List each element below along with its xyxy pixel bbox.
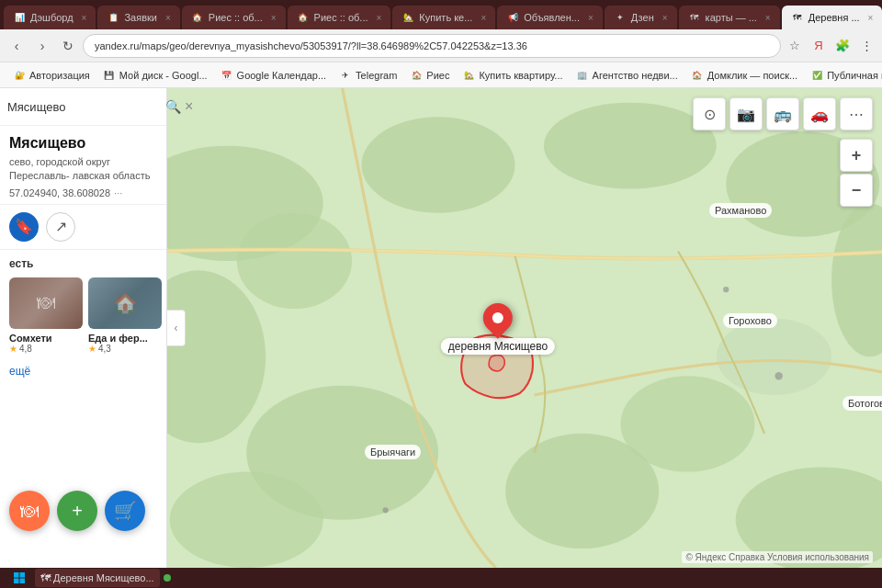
tab-favicon-ries1: 🏠 — [191, 11, 204, 24]
svg-point-14 — [723, 287, 729, 292]
share-button[interactable]: ↗ — [46, 212, 75, 242]
svg-point-11 — [620, 376, 754, 471]
tab-label-derevnya: Деревня ... — [808, 12, 860, 23]
bookmark-moidisk[interactable]: 💾 Мой диск - Googl... — [97, 67, 213, 84]
bookmark-telegram[interactable]: ✈ Telegram — [334, 67, 402, 84]
tab-favicon-zayavki: 📋 — [107, 11, 119, 24]
tab-close-ries2[interactable]: × — [377, 13, 382, 23]
tab-close-karty[interactable]: × — [765, 13, 771, 23]
tab-label-dzen: Дзен — [631, 12, 654, 23]
svg-point-3 — [544, 103, 717, 189]
tab-close-dashbord[interactable]: × — [82, 13, 87, 23]
add-favorite-button[interactable]: 🔖 — [9, 212, 39, 242]
tab-close-obyav[interactable]: × — [588, 13, 594, 23]
bookmark-label-kupit: Купить квартиру... — [479, 70, 562, 81]
nearby-cards: 🍽 Сомхети ★ 4,8 🏠 Еда и фер... — [0, 274, 166, 361]
tab-close-zayavki[interactable]: × — [165, 13, 171, 23]
back-button[interactable]: ‹ — [6, 35, 28, 57]
map-area[interactable]: Рахманово Горохово Лучинское Ботогово Бр… — [167, 88, 882, 568]
tab-ries2[interactable]: 🏠 Риес :: об... × — [288, 6, 391, 29]
map-ctrl-traffic[interactable]: 🚗 — [803, 97, 836, 130]
status-icon-windows[interactable] — [7, 569, 31, 587]
action-buttons: 🔖 ↗ — [0, 205, 166, 250]
fab-cart-button[interactable]: 🛒 — [105, 491, 145, 531]
menu-icon[interactable]: ⋮ — [856, 36, 876, 56]
status-favicon-derevnya: 🗺 — [40, 572, 51, 583]
tab-favicon-ries2: 🏠 — [297, 11, 310, 24]
nearby-card-img-eda: 🏠 — [88, 277, 162, 329]
map-controls-top: ⊙ 📷 🚌 🚗 ⋯ — [693, 97, 873, 130]
tab-kupit[interactable]: 🏡 Купить ке... × — [392, 6, 495, 29]
bookmark-ries[interactable]: 🏠 Риес — [404, 67, 455, 84]
svg-rect-20 — [14, 572, 19, 578]
collapse-sidebar-button[interactable]: ‹ — [167, 310, 186, 346]
svg-point-12 — [170, 472, 323, 568]
nearby-card-img-somheti: 🍽 — [9, 277, 83, 329]
tab-favicon-derevnya: 🗺 — [791, 11, 804, 24]
map-ctrl-locate[interactable]: ⊙ — [693, 97, 726, 130]
search-input[interactable] — [7, 100, 162, 114]
bookmark-label-kadast: Публичная кадас... — [827, 70, 882, 81]
tab-close-kupit[interactable]: × — [481, 13, 486, 23]
bookmark-avtorizaciya[interactable]: 🔐 Авторизация — [7, 67, 96, 84]
fab-food-button[interactable]: 🍽 — [9, 491, 50, 531]
bookmark-domklik[interactable]: 🏠 Домклик — поиск... — [685, 67, 803, 84]
tab-close-derevnya[interactable]: × — [868, 13, 874, 23]
status-derevnya[interactable]: 🗺 Деревня Мясищево... — [35, 569, 160, 587]
map-ctrl-panorama[interactable]: 📷 — [729, 97, 763, 130]
toolbar-icons: ☆ Я 🧩 ⋮ — [785, 36, 876, 56]
tab-close-dzen[interactable]: × — [662, 13, 668, 23]
bookmark-favicon-ries: 🏠 — [410, 69, 423, 82]
windows-icon — [13, 571, 26, 584]
forward-button[interactable]: › — [31, 35, 53, 57]
tab-karty[interactable]: 🗺 карты — ... × — [679, 6, 780, 29]
map-ctrl-transport[interactable]: 🚌 — [766, 97, 799, 130]
tab-derevnya[interactable]: 🗺 Деревня ... × — [782, 6, 882, 29]
bookmark-star-icon[interactable]: ☆ — [785, 36, 805, 56]
map-zoom-in[interactable]: + — [840, 139, 873, 172]
reload-button[interactable]: ↻ — [57, 35, 79, 57]
tab-favicon-obyav: 📢 — [506, 11, 519, 24]
more-link[interactable]: ещё — [0, 361, 166, 385]
nearby-card-rating-eda: ★ 4,3 — [88, 344, 162, 354]
close-icon[interactable]: × — [185, 96, 193, 118]
yandex-icon[interactable]: Я — [808, 36, 829, 56]
bookmark-agentstvo[interactable]: 🏢 Агентство недви... — [571, 67, 684, 84]
map-zoom-out[interactable]: − — [840, 174, 873, 207]
fab-buttons: 🍽 + 🛒 — [9, 491, 145, 531]
bookmark-favicon-kadast: ✅ — [810, 69, 823, 82]
bookmark-favicon-avtorizaciya: 🔐 — [13, 69, 26, 82]
more-coords-button[interactable]: ··· — [114, 187, 122, 198]
map-ctrl-more[interactable]: ⋯ — [840, 97, 873, 130]
map-pin[interactable]: деревня Мясищево — [441, 303, 555, 355]
tab-dzen[interactable]: ✦ Дзен × — [605, 6, 677, 29]
fab-add-button[interactable]: + — [57, 491, 97, 531]
bookmark-kadast[interactable]: ✅ Публичная кадас... — [805, 67, 882, 84]
place-info: Мясищево сево, городской округ Переславл… — [0, 126, 166, 205]
nearby-card-rating-somheti: ★ 4,8 — [9, 344, 83, 354]
tab-label-ries1: Риес :: об... — [209, 12, 263, 23]
tab-close-ries1[interactable]: × — [271, 13, 277, 23]
extension-icon[interactable]: 🧩 — [832, 36, 853, 56]
search-icon[interactable]: 🔍 — [165, 96, 181, 118]
tab-obyav[interactable]: 📢 Объявлен... × — [497, 6, 603, 29]
bookmark-calendar[interactable]: 📅 Google Календар... — [215, 67, 333, 84]
nearby-card-somheti[interactable]: 🍽 Сомхети ★ 4,8 — [9, 277, 83, 354]
tab-ries1[interactable]: 🏠 Риес :: об... × — [182, 6, 286, 29]
tab-zayavki[interactable]: 📋 Заявки × — [97, 6, 179, 29]
tab-favicon-dzen: ✦ — [614, 11, 627, 24]
tab-label-zayavki: Заявки — [124, 12, 157, 23]
bookmark-kupit[interactable]: 🏡 Купить квартиру... — [457, 67, 568, 84]
bookmark-label-domklik: Домклик — поиск... — [707, 70, 797, 81]
bookmark-favicon-moidisk: 💾 — [103, 69, 116, 82]
tab-label-kupit: Купить ке... — [419, 12, 472, 23]
tab-favicon-kupit: 🏡 — [401, 11, 414, 24]
bookmark-favicon-agentstvo: 🏢 — [576, 69, 589, 82]
nearby-card-eda[interactable]: 🏠 Еда и фер... ★ 4,3 — [88, 277, 162, 354]
tab-dashbord[interactable]: 📊 Дэшборд × — [4, 6, 96, 29]
search-row: 🔍 × — [0, 88, 166, 126]
pin-label: деревня Мясищево — [441, 338, 555, 355]
main-content: 🔍 × Мясищево сево, городской округ Перес… — [0, 88, 882, 568]
address-input[interactable] — [83, 34, 781, 58]
tab-bar: 📊 Дэшборд × 📋 Заявки × 🏠 Риес :: об... ×… — [0, 0, 882, 29]
